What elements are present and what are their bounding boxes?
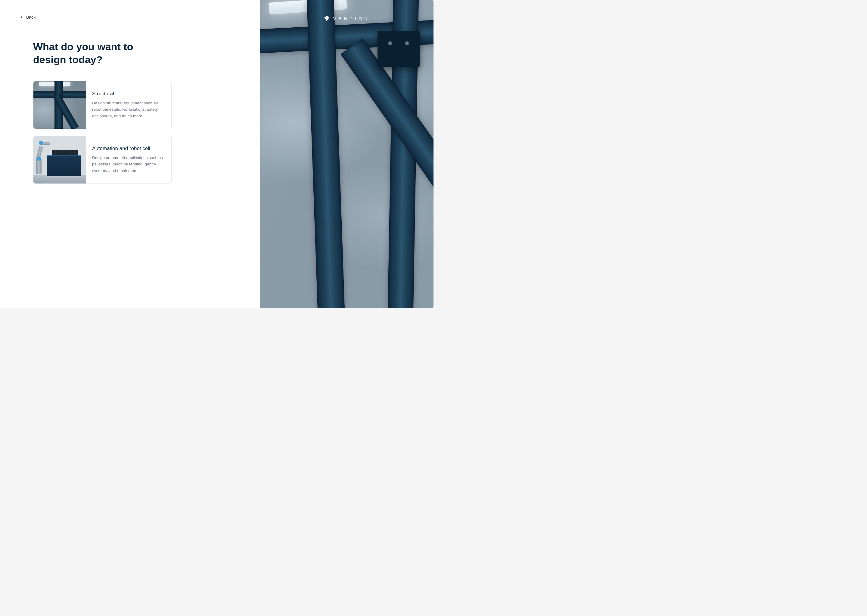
svg-point-1 <box>328 16 329 17</box>
brand-logo: VENTION <box>324 15 370 22</box>
back-button-label: Back <box>26 15 36 20</box>
option-content: Automation and robot cell Design automat… <box>86 136 171 184</box>
option-card-structural[interactable]: Structural Design structural equipment s… <box>33 81 172 129</box>
chevron-left-icon <box>20 15 24 19</box>
option-card-automation[interactable]: Automation and robot cell Design automat… <box>33 136 172 184</box>
option-description: Design automated applications such as pa… <box>92 155 165 174</box>
left-panel: Back What do you want to design today? S… <box>0 0 260 308</box>
option-title: Structural <box>92 91 165 97</box>
option-title: Automation and robot cell <box>92 146 165 152</box>
option-description: Design structural equipment such as robo… <box>92 100 165 119</box>
back-button[interactable]: Back <box>15 12 40 22</box>
hero-image-background <box>260 0 434 308</box>
svg-point-0 <box>325 16 326 17</box>
options-list: Structural Design structural equipment s… <box>33 81 172 184</box>
option-content: Structural Design structural equipment s… <box>86 81 171 129</box>
vention-logo-icon <box>324 15 330 22</box>
main-container: Back What do you want to design today? S… <box>0 0 434 308</box>
page-title: What do you want to design today? <box>33 40 159 66</box>
right-panel: VENTION <box>260 0 434 308</box>
option-image-automation <box>33 136 86 184</box>
option-image-structural <box>33 81 86 129</box>
brand-name: VENTION <box>333 16 370 21</box>
